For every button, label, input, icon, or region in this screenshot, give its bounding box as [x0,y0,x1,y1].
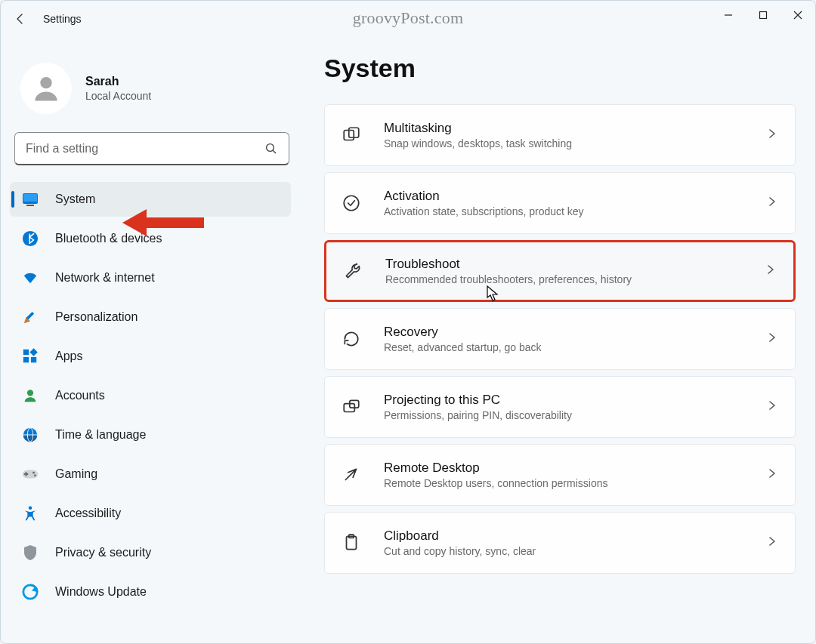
sidebar-item-time[interactable]: Time & language [10,418,291,452]
chevron-right-icon [765,263,777,279]
sidebar-item-label: Network & internet [55,271,155,285]
svg-rect-13 [31,357,36,362]
activation-icon [342,193,361,213]
sidebar-item-network[interactable]: Network & internet [10,260,291,295]
chevron-right-icon [766,467,778,482]
body: Sarah Local Account SystemBluetooth & de… [1,37,815,643]
sidebar: Sarah Local Account SystemBluetooth & de… [1,37,303,643]
svg-rect-6 [23,194,37,202]
svg-point-25 [344,196,359,211]
personalization-icon [22,309,39,325]
settings-window: Settings groovyPost.com Sarah Local Acco… [0,0,816,644]
sidebar-item-system[interactable]: System [10,182,291,217]
back-button[interactable] [4,2,37,35]
window-controls [711,1,815,29]
card-title: Activation [384,189,743,204]
page-title: System [324,54,800,83]
card-recovery[interactable]: Recovery Reset, advanced startup, go bac… [324,308,796,370]
card-clipboard[interactable]: Clipboard Cut and copy history, sync, cl… [324,512,796,574]
svg-point-19 [32,472,35,474]
card-subtitle: Reset, advanced startup, go back [384,341,743,353]
accessibility-icon [22,505,39,522]
sidebar-item-label: Apps [55,350,82,363]
svg-rect-10 [23,350,29,355]
profile-name: Sarah [85,75,151,88]
remote-icon [342,465,361,485]
minimize-button[interactable] [711,1,746,29]
sidebar-item-label: Time & language [55,428,146,442]
system-icon [22,191,39,208]
sidebar-item-update[interactable]: Windows Update [10,575,291,609]
chevron-right-icon [766,535,778,550]
apps-icon [22,348,39,365]
card-title: Clipboard [384,528,743,544]
svg-point-21 [29,506,32,510]
card-troubleshoot[interactable]: Troubleshoot Recommended troubleshooters… [324,240,796,302]
card-multitasking[interactable]: Multitasking Snap windows, desktops, tas… [324,104,796,166]
sidebar-item-label: Privacy & security [55,546,151,559]
sidebar-item-label: Accessibility [55,507,121,520]
svg-point-2 [40,77,51,88]
network-icon [22,270,39,286]
card-title: Troubleshoot [385,257,742,272]
sidebar-item-label: Windows Update [55,585,147,599]
privacy-icon [22,544,39,561]
sidebar-item-label: Bluetooth & devices [55,232,162,245]
card-subtitle: Cut and copy history, sync, clear [384,545,743,557]
main-panel: System Multitasking Snap windows, deskto… [303,37,815,643]
watermark: groovyPost.com [353,8,463,28]
svg-rect-12 [23,357,29,362]
maximize-button[interactable] [746,1,780,29]
card-subtitle: Remote Desktop users, connection permiss… [384,477,743,489]
card-projecting[interactable]: Projecting to this PC Permissions, pairi… [324,376,796,438]
recovery-icon [342,329,361,349]
sidebar-item-accounts[interactable]: Accounts [10,378,291,413]
search-input[interactable] [26,142,264,156]
svg-point-14 [27,390,33,396]
sidebar-item-accessibility[interactable]: Accessibility [10,496,291,531]
svg-point-3 [267,143,274,151]
card-title: Projecting to this PC [384,393,743,408]
search-box[interactable] [14,132,289,165]
sidebar-item-label: Accounts [55,389,105,402]
sidebar-item-label: Gaming [55,467,97,481]
bluetooth-icon [22,230,39,247]
sidebar-item-apps[interactable]: Apps [10,339,291,374]
chevron-right-icon [766,128,778,143]
sidebar-item-label: Personalization [55,310,138,324]
card-title: Remote Desktop [384,461,743,476]
svg-rect-1 [760,12,767,19]
search-icon [264,142,278,156]
time-icon [22,427,39,443]
svg-rect-11 [29,348,37,356]
sidebar-item-gaming[interactable]: Gaming [10,457,291,491]
profile-block[interactable]: Sarah Local Account [10,49,294,132]
troubleshoot-icon [343,261,363,281]
card-activation[interactable]: Activation Activation state, subscriptio… [324,172,796,234]
profile-sub: Local Account [85,90,151,102]
update-icon [22,584,39,600]
sidebar-item-personalization[interactable]: Personalization [10,300,291,334]
accounts-icon [22,387,39,404]
svg-rect-9 [26,312,34,319]
sidebar-item-label: System [55,193,95,206]
multitasking-icon [342,125,361,145]
svg-point-20 [34,474,36,476]
svg-point-8 [23,231,38,246]
chevron-right-icon [766,196,778,211]
card-subtitle: Recommended troubleshooters, preferences… [385,273,742,285]
projecting-icon [342,397,361,417]
settings-cards[interactable]: Multitasking Snap windows, desktops, tas… [324,104,800,633]
sidebar-item-privacy[interactable]: Privacy & security [10,535,291,570]
window-title: Settings [43,13,82,25]
chevron-right-icon [766,399,778,414]
card-subtitle: Permissions, pairing PIN, discoverabilit… [384,409,743,421]
sidebar-item-bluetooth[interactable]: Bluetooth & devices [10,221,291,256]
card-title: Recovery [384,325,743,340]
svg-line-4 [273,150,276,153]
sidebar-nav[interactable]: SystemBluetooth & devicesNetwork & inter… [10,182,294,643]
card-remote[interactable]: Remote Desktop Remote Desktop users, con… [324,444,796,506]
card-title: Multitasking [384,121,743,136]
close-button[interactable] [780,1,815,29]
card-subtitle: Activation state, subscriptions, product… [384,205,743,217]
